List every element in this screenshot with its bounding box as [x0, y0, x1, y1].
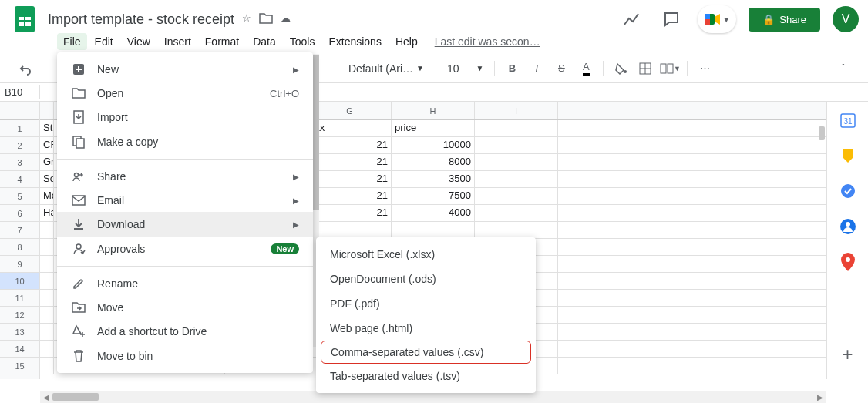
submenu-item-microsoft[interactable]: Microsoft Excel (.xlsx): [316, 242, 536, 267]
row-header[interactable]: 11: [0, 290, 39, 307]
menu-insert[interactable]: Insert: [158, 33, 197, 50]
add-panel-icon[interactable]: +: [839, 345, 857, 364]
scroll-left-icon[interactable]: ◀: [40, 393, 52, 401]
cell[interactable]: [475, 137, 558, 153]
cell[interactable]: [40, 256, 54, 272]
maps-icon[interactable]: [839, 253, 857, 271]
cell[interactable]: [475, 222, 558, 238]
cell[interactable]: Ha: [40, 205, 54, 221]
row-header[interactable]: 9: [0, 256, 39, 273]
insights-icon[interactable]: [617, 5, 645, 33]
sheets-logo[interactable]: [9, 4, 40, 35]
cell[interactable]: 7500: [392, 188, 475, 204]
col-header[interactable]: H: [392, 102, 475, 119]
cell[interactable]: [40, 273, 54, 289]
row-header[interactable]: 1: [0, 120, 39, 137]
calendar-icon[interactable]: 31: [839, 111, 857, 129]
cell[interactable]: [475, 205, 558, 221]
cell[interactable]: [392, 222, 475, 238]
cell[interactable]: [40, 324, 54, 340]
cell[interactable]: So: [40, 171, 54, 187]
menu-item-rename[interactable]: Rename: [57, 271, 313, 296]
account-avatar[interactable]: V: [833, 6, 859, 32]
cell[interactable]: 8000: [392, 154, 475, 170]
cell[interactable]: 21: [308, 205, 392, 221]
col-header[interactable]: G: [308, 102, 392, 119]
menu-item-open[interactable]: OpenCtrl+O: [57, 82, 313, 105]
cell[interactable]: Mo: [40, 188, 54, 204]
cell[interactable]: CF: [40, 137, 54, 153]
cell[interactable]: [40, 358, 54, 374]
menu-tools[interactable]: Tools: [284, 33, 321, 50]
strike-icon[interactable]: S: [550, 58, 572, 79]
meet-button[interactable]: ▼: [698, 5, 736, 33]
textcolor-icon[interactable]: A: [575, 58, 597, 79]
star-icon[interactable]: ☆: [242, 12, 251, 27]
more-icon[interactable]: ⋯: [694, 58, 715, 79]
share-button[interactable]: 🔒 Share: [749, 8, 820, 32]
submenu-item-tab-separated[interactable]: Tab-separated values (.tsv): [316, 364, 536, 388]
merge-icon[interactable]: ▼: [659, 58, 681, 79]
cell[interactable]: 21: [308, 137, 392, 153]
doc-title[interactable]: Import template - stock receipt: [48, 12, 234, 28]
cell[interactable]: [475, 154, 558, 170]
font-select[interactable]: Default (Ari… ▼: [344, 61, 429, 76]
cell[interactable]: 3500: [392, 171, 475, 187]
tasks-icon[interactable]: [839, 182, 857, 200]
menu-data[interactable]: Data: [247, 33, 282, 50]
row-header[interactable]: 8: [0, 239, 39, 256]
menu-view[interactable]: View: [121, 33, 156, 50]
italic-icon[interactable]: I: [526, 58, 547, 79]
row-header[interactable]: 13: [0, 324, 39, 341]
menu-item-make-a-copy[interactable]: Make a copy: [57, 129, 313, 154]
submenu-item-web[interactable]: Web page (.html): [316, 316, 536, 341]
cell[interactable]: 21: [308, 188, 392, 204]
name-box[interactable]: B10: [0, 85, 40, 99]
menu-item-import[interactable]: Import: [57, 105, 313, 129]
cell[interactable]: [40, 307, 54, 323]
menu-format[interactable]: Format: [199, 33, 245, 50]
menu-item-email[interactable]: Email▶: [57, 189, 313, 212]
borders-icon[interactable]: [634, 58, 656, 79]
cell[interactable]: tax: [308, 120, 392, 136]
menu-item-download[interactable]: Download▶: [57, 212, 313, 237]
col-header[interactable]: I: [475, 102, 558, 119]
cell[interactable]: [308, 222, 392, 238]
menu-extensions[interactable]: Extensions: [322, 33, 387, 50]
cell[interactable]: [475, 171, 558, 187]
undo-icon[interactable]: [14, 58, 35, 79]
cell[interactable]: [475, 188, 558, 204]
menu-file[interactable]: File: [57, 33, 87, 50]
select-all-corner[interactable]: [0, 102, 39, 120]
row-header[interactable]: 3: [0, 154, 39, 171]
col-header[interactable]: [40, 102, 54, 119]
cell[interactable]: 10000: [392, 137, 475, 153]
menu-item-move-to-bin[interactable]: Move to bin: [57, 344, 313, 368]
bold-icon[interactable]: B: [501, 58, 523, 79]
cloud-status-icon[interactable]: ☁: [281, 12, 291, 27]
row-header[interactable]: 6: [0, 205, 39, 222]
collapse-toolbar-icon[interactable]: ˆ: [833, 58, 854, 79]
cell[interactable]: price: [392, 120, 475, 136]
last-edit-link[interactable]: Last edit was secon…: [435, 35, 540, 48]
cell[interactable]: [475, 120, 558, 136]
row-header[interactable]: 10: [0, 273, 39, 290]
cell[interactable]: 21: [308, 171, 392, 187]
menu-item-move[interactable]: Move: [57, 296, 313, 319]
move-folder-icon[interactable]: [259, 12, 273, 27]
submenu-item-comma-separated[interactable]: Comma-separated values (.csv): [321, 341, 531, 364]
vertical-scroll-indicator[interactable]: [819, 126, 825, 140]
menu-item-approvals[interactable]: ApprovalsNew: [57, 237, 313, 261]
cell[interactable]: Gr: [40, 154, 54, 170]
row-header[interactable]: 4: [0, 171, 39, 188]
keep-icon[interactable]: [839, 146, 857, 165]
cell[interactable]: [40, 341, 54, 357]
row-header[interactable]: 5: [0, 188, 39, 205]
row-header[interactable]: 2: [0, 137, 39, 154]
cell[interactable]: St: [40, 120, 54, 136]
cell[interactable]: [40, 239, 54, 255]
row-header[interactable]: 14: [0, 341, 39, 358]
menu-item-add-a-shortcut-to-drive[interactable]: Add a shortcut to Drive: [57, 319, 313, 344]
row-header[interactable]: 7: [0, 222, 39, 239]
cell[interactable]: 4000: [392, 205, 475, 221]
